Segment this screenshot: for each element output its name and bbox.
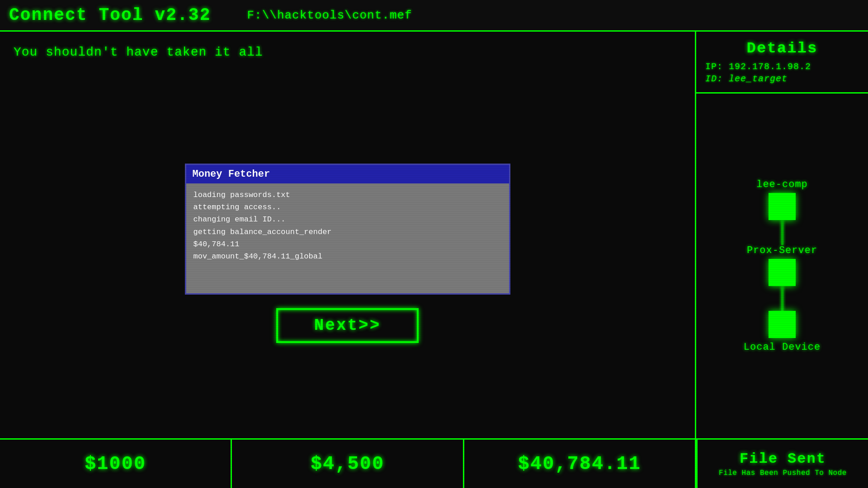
dialog-body: loading passwords.txt attempting access.… <box>186 183 509 268</box>
dialog-container: Money Fetcher loading passwords.txt atte… <box>0 68 695 438</box>
file-sent-title: File Sent <box>740 450 826 467</box>
network-node-prox: Prox-Server <box>747 245 817 286</box>
network-line-2 <box>781 286 783 311</box>
next-button[interactable]: Next>> <box>276 308 419 343</box>
main-message: You shouldn't have taken it all <box>14 45 263 59</box>
network-section: lee-comp Prox-Server Local Device <box>696 94 868 438</box>
amount-box-2: $4,500 <box>232 440 464 488</box>
message-area: You shouldn't have taken it all <box>0 32 695 68</box>
amount-box-3: $40,784.11 <box>464 440 696 488</box>
content-area: You shouldn't have taken it all Money Fe… <box>0 32 868 438</box>
header: Connect Tool v2.32 F:\\hacktools\cont.me… <box>0 0 868 32</box>
dialog-line-6: mov_amount_$40,784.11_global <box>193 250 502 263</box>
amount-box-1: $1000 <box>0 440 232 488</box>
details-section: Details IP: 192.178.1.98.2 ID: lee_targe… <box>696 32 868 94</box>
left-panel: You shouldn't have taken it all Money Fe… <box>0 32 696 438</box>
dialog-line-4: getting balance_account_render <box>193 226 502 238</box>
file-sent-desc: File Has Been Pushed To Node <box>719 469 847 477</box>
node-box-local <box>769 311 796 338</box>
dialog-title: Money Fetcher <box>193 169 270 180</box>
bottom-bar: $1000 $4,500 $40,784.11 File Sent File H… <box>0 438 868 488</box>
dialog-line-1: loading passwords.txt <box>193 189 502 201</box>
network-line-1 <box>781 220 783 245</box>
file-sent-box: File Sent File Has Been Pushed To Node <box>696 440 868 488</box>
amount-3: $40,784.11 <box>518 453 641 475</box>
details-ip: IP: 192.178.1.98.2 <box>705 61 859 72</box>
dialog-box: Money Fetcher loading passwords.txt atte… <box>185 164 510 295</box>
network-node-local: Local Device <box>744 311 821 353</box>
node-label-lee-comp: lee-comp <box>756 179 808 190</box>
node-label-local: Local Device <box>744 342 821 353</box>
dialog-line-2: attempting access.. <box>193 201 502 213</box>
network-node-lee-comp: lee-comp <box>756 179 808 220</box>
dialog-line-3: changing email ID... <box>193 213 502 225</box>
node-box-lee-comp <box>769 193 796 220</box>
details-id: ID: lee_target <box>705 74 859 84</box>
right-panel: Details IP: 192.178.1.98.2 ID: lee_targe… <box>696 32 868 438</box>
dialog-line-5: $40,784.11 <box>193 238 502 250</box>
amount-2: $4,500 <box>311 453 384 475</box>
file-path: F:\\hacktools\cont.mef <box>247 9 412 22</box>
details-title: Details <box>705 40 859 57</box>
node-label-prox: Prox-Server <box>747 245 817 256</box>
dialog-titlebar: Money Fetcher <box>186 165 509 183</box>
amount-1: $1000 <box>85 453 146 475</box>
node-box-prox <box>769 259 796 286</box>
app-title: Connect Tool v2.32 <box>9 5 211 25</box>
